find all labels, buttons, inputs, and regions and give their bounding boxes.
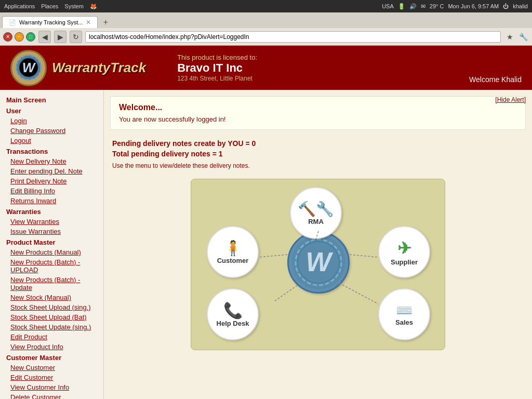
diagram-customer[interactable]: 🧍 Customer xyxy=(207,226,259,278)
page-body: Main Screen User Login Change Password L… xyxy=(0,90,532,399)
welcome-text: Welcome Khalid xyxy=(469,75,522,84)
sidebar-link-stock-sheet-upload-sing[interactable]: Stock Sheet Upload (sing.) xyxy=(0,302,103,312)
sidebar: Main Screen User Login Change Password L… xyxy=(0,90,104,399)
tab-icon: 📄 xyxy=(9,19,16,26)
sidebar-link-change-password[interactable]: Change Password xyxy=(0,126,103,136)
sidebar-link-delete-customer[interactable]: Delete Customer xyxy=(0,392,103,399)
sidebar-link-view-product-info[interactable]: View Product Info xyxy=(0,342,103,352)
stat-line-1: Pending delivery notes create by YOU = 0 xyxy=(112,139,524,148)
tab-label: Warranty Tracking Syst... xyxy=(19,19,83,25)
diagram-supplier[interactable]: ✈ Supplier xyxy=(378,226,430,278)
main-content: [Hide Alert] Welcome... You are now succ… xyxy=(104,90,532,399)
supplier-icon: ✈ xyxy=(397,238,411,258)
sidebar-link-new-products-manual[interactable]: New Products (Manual) xyxy=(0,247,103,257)
helpdesk-label: Help Desk xyxy=(217,320,249,327)
sidebar-link-new-products-batch-upload[interactable]: New Products (Batch) - UPLOAD xyxy=(0,257,103,275)
sidebar-link-edit-product[interactable]: Edit Product xyxy=(0,332,103,342)
browser-content: W WarrantyTrack This product is licensed… xyxy=(0,46,532,399)
welcome-message: You are now successfully logged in! xyxy=(119,115,517,123)
sidebar-section-user: User xyxy=(0,105,103,116)
forward-button[interactable]: ▶ xyxy=(54,31,66,43)
browser-frame: Applications Places System 🦊 USA 🔋 🔊 ✉ 2… xyxy=(0,0,532,399)
logo-area: W WarrantyTrack xyxy=(10,50,146,86)
sales-icon: ⌨️ xyxy=(396,302,413,318)
places-menu[interactable]: Places xyxy=(41,3,58,9)
sidebar-link-new-products-batch-update[interactable]: New Products (Batch) - Update xyxy=(0,275,103,292)
logo-text-area: WarrantyTrack xyxy=(52,60,146,76)
menu-icon[interactable]: 🔧 xyxy=(517,31,529,43)
app-header: W WarrantyTrack This product is licensed… xyxy=(0,46,532,90)
back-button[interactable]: ◀ xyxy=(38,31,51,43)
url-bar[interactable] xyxy=(85,31,501,43)
sidebar-link-login[interactable]: Login xyxy=(0,116,103,126)
sidebar-section-warranties: Warranties xyxy=(0,206,103,217)
welcome-heading: Welcome... xyxy=(119,103,517,112)
sidebar-link-edit-customer[interactable]: Edit Customer xyxy=(0,373,103,382)
tab-close-btn[interactable]: ✕ xyxy=(86,19,91,26)
logo-circle: W xyxy=(10,50,47,86)
sidebar-link-enter-pending[interactable]: Enter pending Del. Note xyxy=(0,166,103,176)
sidebar-link-new-delivery-note[interactable]: New Delivery Note xyxy=(0,156,103,166)
stat-note: Use the menu to view/delete these delive… xyxy=(112,162,524,169)
sidebar-link-logout[interactable]: Logout xyxy=(0,136,103,145)
svg-text:W: W xyxy=(305,247,333,277)
logo-svg: W xyxy=(15,54,43,82)
sidebar-link-view-warranties[interactable]: View Warranties xyxy=(0,217,103,227)
diagram-center: W xyxy=(287,231,350,294)
sidebar-link-stock-sheet-upload-bat[interactable]: Stock Sheet Upload (Bat) xyxy=(0,312,103,322)
username-display: khalid xyxy=(513,3,528,9)
company-name: Bravo IT Inc xyxy=(177,61,257,75)
system-bar: Applications Places System 🦊 USA 🔋 🔊 ✉ 2… xyxy=(0,0,532,12)
active-tab[interactable]: 📄 Warranty Tracking Syst... ✕ xyxy=(2,16,98,28)
stats-section: Pending delivery notes create by YOU = 0… xyxy=(110,135,526,174)
customer-icon: 🧍 xyxy=(224,240,242,257)
svg-line-9 xyxy=(259,255,287,257)
sidebar-link-issue-warranties[interactable]: Issue Warranties xyxy=(0,227,103,236)
rma-label: RMA xyxy=(308,218,324,225)
license-label: This product is licensed to: xyxy=(177,54,257,61)
diagram-container: W 🔨🔧 RMA 🧍 Customer ✈ xyxy=(191,179,445,350)
company-address: 123 4th Street, Little Planet xyxy=(177,75,257,82)
sidebar-main-screen: Main Screen xyxy=(0,94,103,105)
stat-line-2: Total pending delivery notes = 1 xyxy=(112,150,524,158)
sidebar-section-transactions: Transactions xyxy=(0,145,103,156)
diagram-rma[interactable]: 🔨🔧 RMA xyxy=(290,187,342,239)
supplier-label: Supplier xyxy=(391,258,418,266)
welcome-box: Welcome... You are now successfully logg… xyxy=(110,96,526,130)
apps-menu[interactable]: Applications xyxy=(4,3,35,9)
window-max-btn[interactable]: □ xyxy=(26,32,35,42)
sidebar-link-new-customer[interactable]: New Customer xyxy=(0,363,103,373)
tab-bar: 📄 Warranty Tracking Syst... ✕ + xyxy=(0,12,532,28)
sidebar-link-stock-sheet-update-sing[interactable]: Stock Sheet Update (sing.) xyxy=(0,322,103,332)
keyboard-layout: USA xyxy=(382,3,394,9)
sidebar-section-customer-master: Customer Master xyxy=(0,352,103,363)
window-close-btn[interactable]: ✕ xyxy=(3,32,12,42)
diagram-sales[interactable]: ⌨️ Sales xyxy=(378,288,430,340)
sidebar-link-edit-billing[interactable]: Edit Billing Info xyxy=(0,186,103,196)
diagram-helpdesk[interactable]: 📞 Help Desk xyxy=(207,288,259,340)
svg-line-10 xyxy=(350,255,378,257)
license-info: This product is licensed to: Bravo IT In… xyxy=(177,54,257,82)
helpdesk-icon: 📞 xyxy=(223,301,243,320)
sidebar-link-print-delivery-note[interactable]: Print Delivery Note xyxy=(0,176,103,186)
email-icon: ✉ xyxy=(421,3,425,10)
hide-alert-button[interactable]: [Hide Alert] xyxy=(495,96,526,103)
battery-icon: 🔋 xyxy=(398,3,405,10)
bookmark-icon[interactable]: ★ xyxy=(504,31,515,43)
volume-icon: 🔊 xyxy=(409,3,417,10)
sidebar-link-view-customer-info[interactable]: View Customer Info xyxy=(0,382,103,392)
power-icon[interactable]: ⏻ xyxy=(503,3,509,9)
sidebar-link-new-stock-manual[interactable]: New Stock (Manual) xyxy=(0,292,103,302)
nav-bar: ✕ − □ ◀ ▶ ↻ ★ 🔧 xyxy=(0,28,532,46)
system-menu[interactable]: System xyxy=(64,3,84,9)
sidebar-section-product-master: Product Master xyxy=(0,236,103,247)
svg-text:W: W xyxy=(22,60,36,75)
logo-brand: WarrantyTrack xyxy=(52,60,146,76)
sidebar-link-returns-inward[interactable]: Returns Inward xyxy=(0,196,103,206)
datetime: Mon Jun 6, 9:57 AM xyxy=(448,3,499,9)
window-min-btn[interactable]: − xyxy=(15,32,24,42)
firefox-icon[interactable]: 🦊 xyxy=(90,3,97,10)
reload-button[interactable]: ↻ xyxy=(70,31,82,43)
sales-label: Sales xyxy=(395,318,413,326)
new-tab-button[interactable]: + xyxy=(100,17,111,28)
